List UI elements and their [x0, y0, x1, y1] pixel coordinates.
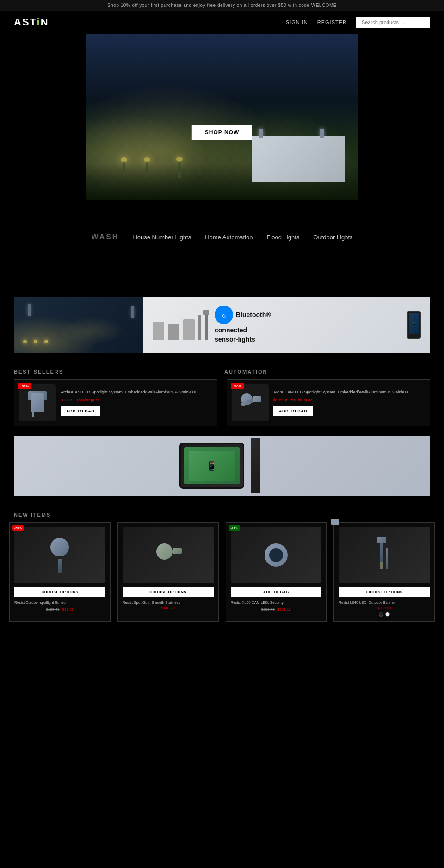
tablet-screen: 📱 — [184, 447, 240, 484]
new-product-prices-1: $195.48 $97.57 — [46, 606, 74, 612]
section-row-bestsellers: BEST SELLERS AUTOMATION — [14, 362, 430, 379]
product-price-1: $189.99 regular price — [61, 398, 212, 402]
badge-sale-2: -50% — [231, 383, 244, 389]
bestsellers-heading: BEST SELLERS — [14, 362, 220, 379]
header: ASTiN SIGN IN REGISTER — [0, 11, 444, 34]
search-input[interactable] — [356, 17, 430, 28]
ground-light-3 — [178, 161, 181, 178]
new-badge-1: -50% — [12, 525, 24, 531]
new-product-title-2: Resist Spot Gun, Smooth Stainless — [123, 600, 214, 605]
logo-accent: i — [37, 16, 41, 28]
automation-content: 📱 — [179, 438, 265, 493]
new-product-sale-price-1: $97.57 — [62, 607, 74, 612]
new-product-card-1: -50% CHOOSE OPTIONS Resist Outdoor spotl… — [9, 522, 111, 622]
product-price-2: $189.99 regular price — [273, 398, 425, 402]
nav-wash-label: WASH — [91, 233, 119, 241]
divider-1 — [14, 269, 430, 269]
new-badge-3: -13% — [229, 525, 240, 531]
logo[interactable]: ASTiN — [14, 16, 49, 28]
nav-link-flood-lights[interactable]: Flood Lights — [266, 234, 299, 241]
spacer-2 — [0, 250, 444, 264]
wall-mount — [251, 438, 260, 493]
register-link[interactable]: REGISTER — [317, 19, 347, 25]
product-info-1: ArchBEAM LED Spotlight System, Embedded/… — [61, 389, 212, 416]
ground-light-2 — [146, 161, 148, 177]
add-to-bag-button-2[interactable]: ADD TO BAG — [273, 406, 313, 416]
badge-sale-1: -50% — [18, 383, 31, 389]
new-product-button-4[interactable]: CHOOSE OPTIONS — [339, 587, 430, 597]
nav-link-house-number-lights[interactable]: House Number Lights — [133, 234, 191, 241]
bluetooth-info: ⬦ Bluetooth® connected sensor-lights — [215, 306, 271, 344]
product-info-2: ArchBEAM LED Spotlight System, Embedded/… — [273, 389, 425, 416]
automation-heading: AUTOMATION — [224, 362, 430, 379]
banner-left — [14, 297, 143, 353]
announcement-text: Shop 10% off your first purchase and enj… — [107, 3, 337, 8]
new-product-card-4: CHOOSE OPTIONS Resist L640 LED, Outdoor … — [333, 522, 435, 622]
new-product-image-4 — [339, 527, 430, 583]
swatch-dark[interactable] — [379, 612, 383, 617]
swatch-light[interactable] — [385, 612, 390, 617]
new-product-card-3: -13% ADD TO BAG Resist XL60 CAM LED, Sec… — [226, 522, 327, 622]
new-product-sale-price-3: $803.12 — [278, 607, 291, 612]
new-product-button-3[interactable]: ADD TO BAG — [231, 587, 322, 597]
house-structure — [243, 122, 345, 182]
new-product-regular-price-1: $195.48 — [46, 607, 60, 612]
nav-link-outdoor-lights[interactable]: Outdoor Lights — [313, 234, 352, 241]
bluetooth-subtitle: connected sensor-lights — [215, 326, 255, 344]
banner-row: ⬦ Bluetooth® connected sensor-lights 📱 — [14, 297, 430, 353]
banner-left-background — [14, 297, 143, 353]
new-product-button-1[interactable]: CHOOSE OPTIONS — [14, 587, 105, 597]
bluetooth-icon: ⬦ — [215, 306, 233, 324]
product-card-1: -50% ArchBEAM LED Spotlight System, Embe… — [14, 379, 217, 426]
hero-banner: SHOP NOW — [86, 34, 358, 200]
automation-banner: 📱 — [14, 436, 430, 496]
product-silhouettes — [153, 310, 208, 340]
nav-link-home-automation[interactable]: Home Automation — [205, 234, 253, 241]
header-right: SIGN IN REGISTER — [286, 17, 430, 28]
products-row: -50% ArchBEAM LED Spotlight System, Embe… — [14, 379, 430, 426]
new-product-prices-3: $893.79 $803.12 — [261, 606, 291, 612]
product-image-1 — [19, 384, 56, 421]
new-product-image-1 — [14, 527, 105, 583]
spacer-1 — [0, 200, 444, 224]
new-product-image-2 — [123, 527, 214, 583]
new-product-button-2[interactable]: CHOOSE OPTIONS — [123, 587, 214, 597]
new-product-price-2: $148.70 — [161, 606, 175, 610]
bluetooth-brand: Bluetooth® — [236, 311, 271, 320]
product-title-1: ArchBEAM LED Spotlight System, Embedded/… — [61, 389, 212, 395]
new-product-title-1: Resist Outdoor spotlight Buried — [14, 600, 105, 605]
new-product-card-2: CHOOSE OPTIONS Resist Spot Gun, Smooth S… — [117, 522, 219, 622]
spacer-3 — [0, 274, 444, 288]
ground-light-1 — [123, 161, 125, 175]
new-product-regular-price-3: $893.79 — [261, 607, 275, 612]
announcement-bar: Shop 10% off your first purchase and enj… — [0, 0, 444, 11]
new-product-title-4: Resist L640 LED, Outdoor Banner — [339, 600, 430, 605]
new-product-price-4: $390.00 — [377, 606, 391, 610]
new-items-heading: NEW ITEMS — [0, 505, 444, 522]
main-navigation: WASH House Number Lights Home Automation… — [0, 224, 444, 250]
tablet-mockup: 📱 — [179, 443, 244, 489]
add-to-bag-button-1[interactable]: ADD TO BAG — [61, 406, 100, 416]
product-card-2: -50% ArchBEAM LED Spotlight System, Embe… — [227, 379, 430, 426]
spotlight-fixture-2 — [239, 391, 262, 414]
color-swatches-4 — [379, 612, 390, 617]
new-product-image-3 — [231, 527, 322, 583]
pole-light-4 — [380, 541, 383, 569]
sign-in-link[interactable]: SIGN IN — [286, 19, 308, 25]
spotlight-fixture-new-2 — [156, 543, 179, 567]
banner-right: ⬦ Bluetooth® connected sensor-lights 📱 — [143, 297, 430, 353]
new-product-title-3: Resist XL60 CAM LED, Security — [231, 600, 322, 605]
product-image-2 — [232, 384, 269, 421]
new-products-row: -50% CHOOSE OPTIONS Resist Outdoor spotl… — [9, 522, 435, 636]
product-title-2: ArchBEAM LED Spotlight System, Embedded/… — [273, 389, 425, 395]
light-fixture-1 — [24, 389, 51, 417]
shop-now-button[interactable]: SHOP NOW — [192, 125, 252, 140]
phone-mockup: 📱 — [407, 311, 421, 339]
